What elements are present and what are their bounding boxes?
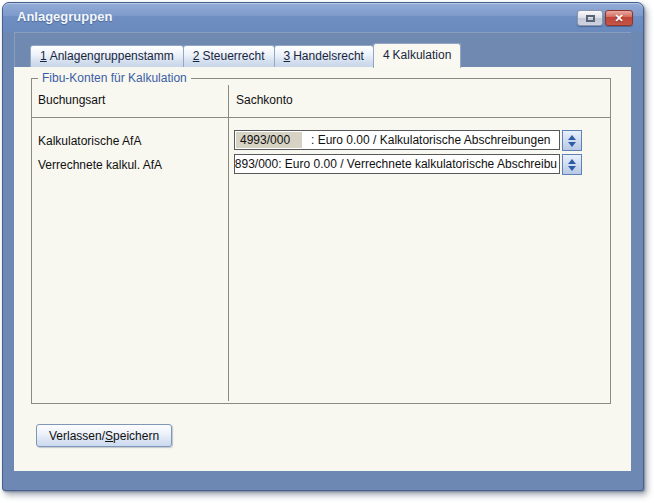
fibu-konten-groupbox: Fibu-Konten für Kalkulation Buchungsart … (31, 78, 611, 404)
tab-mnemonic: 2 (193, 49, 200, 63)
tab-mnemonic: 1 (40, 49, 47, 63)
row-label-verrechnete-kalkul-afa: Verrechnete kalkul. AfA (38, 158, 162, 172)
column-header-buchungsart: Buchungsart (38, 93, 105, 107)
spinner-up-icon (568, 159, 576, 164)
sachkonto-spinner-verrechnete-afa[interactable] (562, 154, 582, 175)
save-button-label-pre: Verlassen/ (49, 429, 105, 443)
close-button[interactable]: ✕ (605, 10, 633, 26)
column-divider-line (228, 85, 229, 401)
spinner-down-icon (568, 166, 576, 171)
sachkonto-field-kalkulatorische-afa[interactable]: 4993/000 : Euro 0.00 / Kalkulatorische A… (234, 130, 560, 150)
groupbox-title: Fibu-Konten für Kalkulation (38, 71, 191, 85)
column-header-sachkonto: Sachkonto (236, 93, 293, 107)
row-label-kalkulatorische-afa: Kalkulatorische AfA (38, 134, 141, 148)
spinner-down-icon (568, 142, 576, 147)
tab-handelsrecht[interactable]: 3Handelsrecht (274, 45, 374, 67)
sachkonto-spinner-kalkulatorische-afa[interactable] (562, 130, 582, 151)
tab-label: Anlagengruppenstamm (50, 49, 174, 63)
save-button-mnemonic: S (105, 429, 113, 443)
tab-label: Steuerrecht (202, 49, 264, 63)
account-number-segment: 4993/000 (236, 132, 302, 148)
tab-strip: 1Anlagengruppenstamm 2Steuerrecht 3Hande… (30, 42, 461, 67)
close-icon: ✕ (614, 12, 623, 25)
verlassen-speichern-button[interactable]: Verlassen/Speichern (36, 424, 172, 447)
tab-label: Handelsrecht (293, 49, 364, 63)
titlebar[interactable]: Anlagegruppen ✕ (3, 3, 643, 32)
anlagegruppen-window: Anlagegruppen ✕ 1Anlagengruppenstamm 2St… (2, 2, 644, 491)
save-button-label-post: peichern (113, 429, 159, 443)
minimize-box-icon (586, 15, 595, 22)
dialog-client-area: 1Anlagengruppenstamm 2Steuerrecht 3Hande… (14, 32, 631, 471)
sachkonto-field-verrechnete-afa[interactable]: 2893/000: Euro 0.00 / Verrechnete kalkul… (234, 154, 560, 174)
spinner-up-icon (568, 135, 576, 140)
tab-page-kalkulation: Fibu-Konten für Kalkulation Buchungsart … (14, 67, 631, 471)
account-full-text: 2893/000: Euro 0.00 / Verrechnete kalkul… (234, 157, 559, 171)
header-separator-line (32, 117, 610, 118)
tab-label: Kalkulation (393, 48, 452, 62)
tab-kalkulation[interactable]: 4Kalkulation (373, 43, 461, 68)
tab-mnemonic: 4 (383, 48, 390, 62)
window-title: Anlagegruppen (17, 3, 112, 31)
minimize-button[interactable] (577, 10, 603, 26)
tab-anlagengruppenstamm[interactable]: 1Anlagengruppenstamm (30, 45, 184, 67)
tab-steuerrecht[interactable]: 2Steuerrecht (183, 45, 275, 67)
account-detail-text: : Euro 0.00 / Kalkulatorische Abschreibu… (311, 133, 550, 147)
tab-mnemonic: 3 (284, 49, 291, 63)
